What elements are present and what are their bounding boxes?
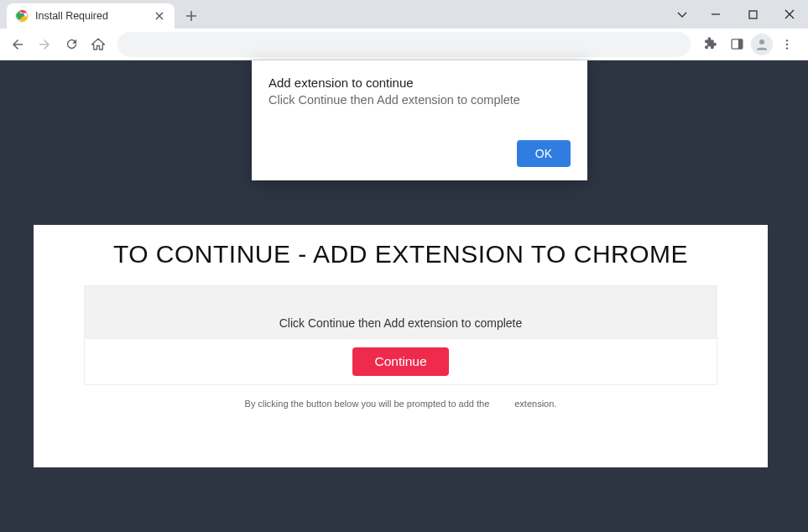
disclaimer-before: By clicking the button below you will be…: [245, 399, 490, 409]
continue-button[interactable]: Continue: [352, 347, 448, 376]
svg-point-8: [786, 47, 788, 49]
content-card: TO CONTINUE - ADD EXTENSION TO CHROME Cl…: [34, 225, 768, 467]
side-panel-button[interactable]: [724, 32, 749, 57]
page-viewport: TO CONTINUE - ADD EXTENSION TO CHROME Cl…: [0, 60, 808, 532]
tab-search-button[interactable]: [667, 2, 697, 27]
svg-point-7: [786, 43, 788, 44]
tab-close-button[interactable]: [153, 9, 166, 23]
browser-tab[interactable]: Install Required: [7, 3, 175, 29]
new-tab-button[interactable]: [180, 4, 203, 28]
profile-button[interactable]: [751, 34, 773, 55]
home-button[interactable]: [86, 32, 111, 57]
instruction-text: Click Continue then Add extension to com…: [279, 316, 523, 330]
svg-rect-2: [749, 11, 757, 18]
dialog-text: Click Continue then Add extension to com…: [268, 93, 571, 107]
svg-point-6: [786, 39, 788, 41]
dialog-ok-button[interactable]: OK: [517, 140, 571, 167]
disclaimer-text: By clicking the button below you will be…: [34, 399, 768, 409]
continue-row: Continue: [84, 339, 717, 385]
browser-toolbar: [0, 29, 808, 60]
back-button[interactable]: [5, 32, 30, 57]
window-titlebar: Install Required: [0, 0, 808, 29]
maximize-button[interactable]: [734, 2, 771, 27]
alert-dialog: Add extension to continue Click Continue…: [252, 60, 587, 180]
address-bar[interactable]: [117, 32, 691, 57]
svg-point-5: [759, 39, 764, 44]
tab-favicon: [15, 9, 29, 23]
forward-button[interactable]: [32, 32, 57, 57]
svg-rect-4: [738, 39, 742, 49]
disclaimer-after: extension.: [514, 399, 556, 409]
minimize-button[interactable]: [697, 2, 734, 27]
window-controls: [667, 0, 808, 29]
page-heading: TO CONTINUE - ADD EXTENSION TO CHROME: [34, 240, 768, 269]
dialog-title: Add extension to continue: [268, 76, 571, 90]
reload-button[interactable]: [59, 32, 84, 57]
menu-button[interactable]: [774, 32, 800, 57]
tab-title: Install Required: [35, 10, 153, 22]
close-window-button[interactable]: [771, 2, 808, 27]
instruction-banner: Click Continue then Add extension to com…: [84, 285, 717, 339]
extensions-button[interactable]: [697, 32, 722, 57]
